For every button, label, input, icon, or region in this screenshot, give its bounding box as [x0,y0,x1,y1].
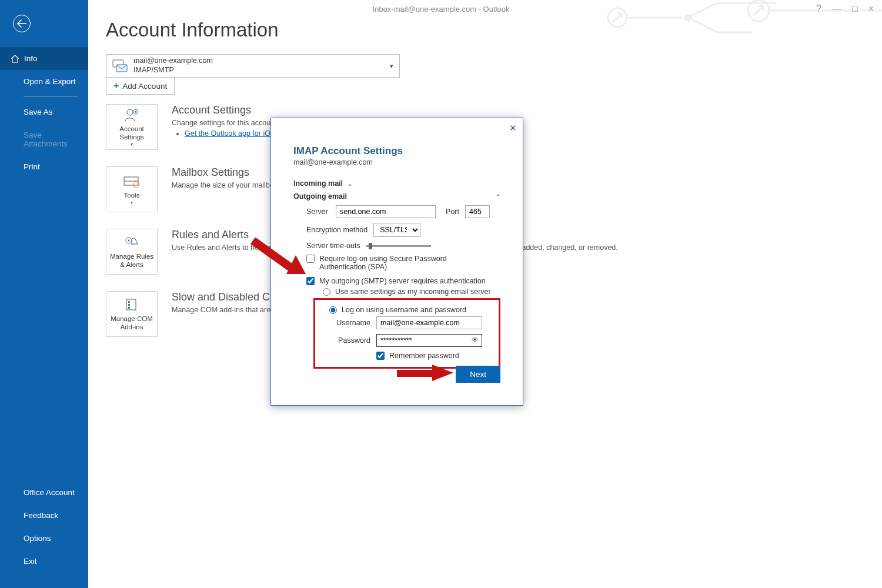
dialog-title: IMAP Account Settings [293,145,500,157]
svg-rect-14 [128,304,130,306]
svg-rect-13 [128,301,130,303]
sidebar-item-options[interactable]: Options [0,527,88,550]
logon-radio-label: Log on using username and password [342,306,466,314]
port-label: Port [442,208,459,216]
remember-password-label: Remember password [389,352,459,360]
mailbox-icon [112,58,128,74]
account-email: mail@one-example.com [133,56,390,66]
manage-com-addins-tile[interactable]: Manage COM Add-ins [106,291,158,337]
sidebar-item-open-export[interactable]: Open & Export [0,70,88,93]
sidebar-item-feedback[interactable]: Feedback [0,504,88,527]
chevron-down-icon: ▾ [131,142,133,148]
home-icon [11,55,19,63]
encryption-select[interactable]: SSL/TLS [373,223,420,237]
encryption-label: Encryption method [306,226,368,234]
dialog-subtitle: mail@one-example.com [293,158,500,166]
server-label: Server [306,208,330,216]
sidebar: Info Open & Export Save As Save Attachme… [0,0,88,588]
smtp-auth-label: My outgoing (SMTP) server requires authe… [319,277,486,285]
manage-rules-tile[interactable]: Manage Rules & Alerts [106,229,158,275]
eye-icon[interactable]: 👁 [472,336,479,344]
username-input[interactable] [376,316,482,329]
chevron-down-icon: ▾ [131,200,133,206]
logon-radio[interactable] [329,306,337,314]
back-button[interactable] [0,0,88,47]
account-dropdown[interactable]: mail@one-example.com IMAP/SMTP ▾ [106,54,400,78]
next-button[interactable]: Next [456,366,500,383]
sidebar-item-print[interactable]: Print [0,155,88,178]
section-title: Account Settings [172,104,864,116]
incoming-mail-header[interactable]: Incoming mail ⌄ [293,179,500,188]
server-input[interactable] [336,205,436,218]
remember-password-checkbox[interactable] [376,352,385,360]
password-input[interactable] [376,334,482,347]
sidebar-item-label: Info [24,54,38,63]
plus-icon: + [113,81,119,91]
tools-tile[interactable]: Tools ▾ [106,166,158,212]
spa-label: Require log-on using Secure Password Aut… [319,255,484,271]
svg-point-7 [135,111,137,113]
account-settings-tile[interactable]: Account Settings ▾ [106,104,158,150]
smtp-auth-checkbox[interactable] [306,277,315,285]
sidebar-item-info[interactable]: Info [0,47,88,70]
sidebar-item-office-account[interactable]: Office Account [0,481,88,504]
add-account-label: Add Account [122,82,167,91]
account-protocol: IMAP/SMTP [133,66,390,75]
chevron-up-icon: ⌃ [496,193,500,200]
chevron-down-icon: ▾ [390,62,393,70]
sidebar-divider [24,96,78,97]
sidebar-item-save-attachments: Save Attachments [0,123,88,155]
back-arrow-icon [13,15,31,32]
username-label: Username [329,319,370,327]
svg-point-5 [127,109,133,115]
tile-label: Manage Rules & Alerts [110,253,153,269]
sidebar-item-exit[interactable]: Exit [0,550,88,573]
chevron-down-icon: ⌄ [348,181,352,187]
sidebar-item-save-as[interactable]: Save As [0,101,88,123]
addins-icon [125,296,139,313]
bell-gear-icon [123,234,140,250]
tile-label: Manage COM Add-ins [111,315,153,332]
svg-point-11 [128,240,130,242]
account-dropdown-text: mail@one-example.com IMAP/SMTP [133,56,390,75]
password-label: Password [329,336,370,345]
svg-rect-15 [128,307,130,309]
same-settings-label: Use same settings as my incoming email s… [335,288,491,296]
tile-label: Tools [124,192,140,200]
outgoing-mail-header[interactable]: Outgoing email ⌃ [293,192,500,201]
toolbox-icon [123,173,141,189]
add-account-button[interactable]: + Add Account [106,78,175,95]
port-input[interactable] [465,205,490,218]
tile-label: Account Settings [119,125,144,142]
close-icon[interactable]: ✕ [509,123,517,133]
spa-checkbox[interactable] [306,255,315,263]
user-gear-icon [124,106,139,123]
window-title: Inbox-mail@one-example.com - Outlook [373,5,510,14]
timeouts-label: Server time-outs [306,242,360,250]
page-title: Account Information [106,19,864,41]
highlight-box: Log on using username and password Usern… [313,298,500,369]
imap-settings-dialog: ✕ IMAP Account Settings mail@one-example… [270,118,523,406]
svg-rect-12 [126,299,136,310]
same-settings-radio[interactable] [323,288,330,296]
timeouts-slider[interactable] [366,245,431,247]
